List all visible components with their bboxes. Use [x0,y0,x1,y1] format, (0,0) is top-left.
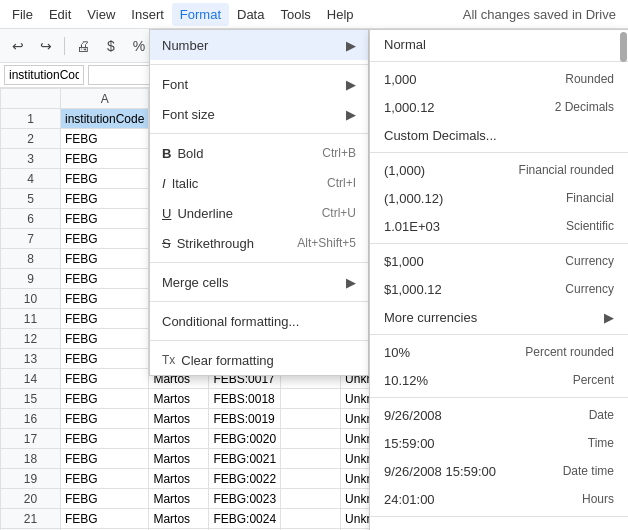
number-menu-item-pct[interactable]: 10%Percent rounded [370,338,628,366]
cell[interactable]: FEBG:0021 [209,449,281,469]
number-menu-item-more-formats[interactable]: More formats▶ [370,520,628,530]
cell[interactable]: FEBG [61,149,149,169]
cell[interactable] [281,449,341,469]
percent-button[interactable]: % [127,34,151,58]
cell[interactable]: FEBG [61,309,149,329]
cell[interactable]: FEBG [61,349,149,369]
col-header-A[interactable]: A [61,89,149,109]
cell[interactable]: Martos [149,429,209,449]
cell[interactable]: FEBG:0024 [209,509,281,529]
row-header[interactable]: 18 [1,449,61,469]
cell[interactable]: FEBG [61,129,149,149]
cell[interactable]: Martos [149,389,209,409]
row-header[interactable]: 17 [1,429,61,449]
number-menu-item-date[interactable]: 9/26/2008Date [370,401,628,429]
number-menu-item-sci[interactable]: 1.01E+03Scientific [370,212,628,240]
number-menu-item-1000[interactable]: 1,000Rounded [370,65,628,93]
menu-item-merge[interactable]: Merge cells▶ [150,267,368,297]
cell[interactable]: FEBG:0022 [209,469,281,489]
row-header[interactable]: 15 [1,389,61,409]
cell[interactable]: FEBS:0018 [209,389,281,409]
undo-button[interactable]: ↩ [6,34,30,58]
menu-item-italic[interactable]: IItalicCtrl+I [150,168,368,198]
print-button[interactable]: 🖨 [71,34,95,58]
cell[interactable]: FEBG [61,209,149,229]
row-header[interactable]: 19 [1,469,61,489]
row-header[interactable]: 5 [1,189,61,209]
row-header[interactable]: 20 [1,489,61,509]
cell[interactable]: FEBG:0020 [209,429,281,449]
cell[interactable]: Martos [149,449,209,469]
menu-item-conditional[interactable]: Conditional formatting... [150,306,368,336]
menu-data[interactable]: Data [229,3,272,26]
cell[interactable]: FEBG [61,369,149,389]
number-menu-item-pct.12[interactable]: 10.12%Percent [370,366,628,394]
cell[interactable]: FEBG [61,489,149,509]
row-header[interactable]: 1 [1,109,61,129]
menu-item-clear[interactable]: TxClear formatting [150,345,368,375]
cell[interactable] [281,469,341,489]
row-header[interactable]: 11 [1,309,61,329]
cell[interactable]: FEBG [61,429,149,449]
cell[interactable]: FEBG [61,469,149,489]
cell[interactable] [281,389,341,409]
cell[interactable]: FEBG [61,409,149,429]
cell[interactable]: FEBG [61,289,149,309]
cell[interactable]: Martos [149,469,209,489]
menu-item-bold[interactable]: BBoldCtrl+B [150,138,368,168]
menu-view[interactable]: View [79,3,123,26]
number-menu-item-time[interactable]: 15:59:00Time [370,429,628,457]
cell[interactable]: FEBG [61,509,149,529]
cell[interactable]: FEBG [61,389,149,409]
menu-format[interactable]: Format [172,3,229,26]
row-header[interactable]: 6 [1,209,61,229]
row-header[interactable]: 13 [1,349,61,369]
number-menu-item-custom[interactable]: Custom Decimals... [370,121,628,149]
cell[interactable] [281,489,341,509]
menu-edit[interactable]: Edit [41,3,79,26]
cell[interactable]: FEBS:0019 [209,409,281,429]
number-menu-item-paren1000.12[interactable]: (1,000.12)Financial [370,184,628,212]
row-header[interactable]: 9 [1,269,61,289]
cell[interactable] [281,429,341,449]
row-header[interactable]: 21 [1,509,61,529]
cell[interactable]: FEBG:0023 [209,489,281,509]
cell[interactable]: FEBG [61,189,149,209]
redo-button[interactable]: ↪ [34,34,58,58]
name-box[interactable] [4,65,84,85]
cell[interactable]: FEBG [61,269,149,289]
cell[interactable] [281,509,341,529]
menu-item-underline[interactable]: UUnderlineCtrl+U [150,198,368,228]
cell[interactable]: Martos [149,509,209,529]
cell[interactable]: FEBG [61,249,149,269]
number-menu-item-datetime[interactable]: 9/26/2008 15:59:00Date time [370,457,628,485]
menu-file[interactable]: File [4,3,41,26]
cell[interactable]: institutionCode [61,109,149,129]
menu-item-font[interactable]: Font▶ [150,69,368,99]
menu-tools[interactable]: Tools [272,3,318,26]
number-menu-item-normal[interactable]: Normal [370,30,628,58]
row-header[interactable]: 10 [1,289,61,309]
row-header[interactable]: 12 [1,329,61,349]
cell[interactable]: Martos [149,489,209,509]
number-menu-item-dollar1000[interactable]: $1,000Currency [370,247,628,275]
menu-insert[interactable]: Insert [123,3,172,26]
cell[interactable]: FEBG [61,229,149,249]
number-menu-item-paren1000[interactable]: (1,000)Financial rounded [370,156,628,184]
cell[interactable] [281,409,341,429]
menu-help[interactable]: Help [319,3,362,26]
number-menu-item-dollar1000.12[interactable]: $1,000.12Currency [370,275,628,303]
row-header[interactable]: 8 [1,249,61,269]
menu-item-number[interactable]: Number▶ [150,30,368,60]
row-header[interactable]: 4 [1,169,61,189]
cell[interactable]: FEBG [61,449,149,469]
cell[interactable]: FEBG [61,169,149,189]
row-header[interactable]: 3 [1,149,61,169]
scrollbar-thumb[interactable] [620,32,627,62]
menu-item-font-size[interactable]: Font size▶ [150,99,368,129]
row-header[interactable]: 2 [1,129,61,149]
row-header[interactable]: 14 [1,369,61,389]
number-menu-item-more-currencies[interactable]: More currencies▶ [370,303,628,331]
menu-item-strikethrough[interactable]: SStrikethroughAlt+Shift+5 [150,228,368,258]
number-menu-item-1000.12[interactable]: 1,000.122 Decimals [370,93,628,121]
